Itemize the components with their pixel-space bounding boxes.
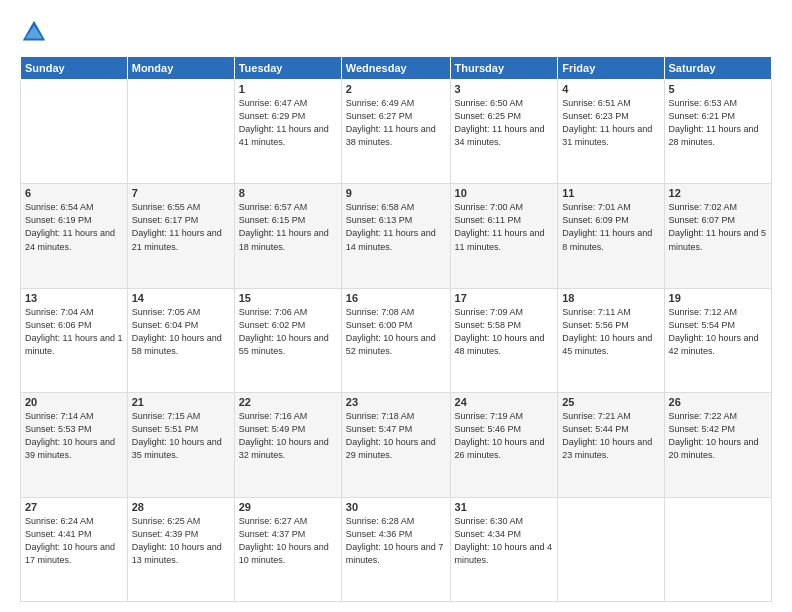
- day-info-line: Sunrise: 6:57 AM: [239, 201, 337, 214]
- day-info-line: Sunset: 6:23 PM: [562, 110, 659, 123]
- weekday-header-row: SundayMondayTuesdayWednesdayThursdayFrid…: [21, 57, 772, 80]
- day-info-line: Sunset: 6:29 PM: [239, 110, 337, 123]
- day-info-line: Sunset: 4:41 PM: [25, 528, 123, 541]
- day-info-line: Sunset: 5:42 PM: [669, 423, 767, 436]
- day-cell: 24Sunrise: 7:19 AMSunset: 5:46 PMDayligh…: [450, 393, 558, 497]
- day-cell: 7Sunrise: 6:55 AMSunset: 6:17 PMDaylight…: [127, 184, 234, 288]
- day-number: 12: [669, 187, 767, 199]
- day-info-line: Sunrise: 7:15 AM: [132, 410, 230, 423]
- day-info-line: Sunset: 6:09 PM: [562, 214, 659, 227]
- day-info-line: Sunset: 4:36 PM: [346, 528, 446, 541]
- day-cell: 25Sunrise: 7:21 AMSunset: 5:44 PMDayligh…: [558, 393, 664, 497]
- day-info-line: Sunrise: 7:14 AM: [25, 410, 123, 423]
- weekday-friday: Friday: [558, 57, 664, 80]
- day-number: 10: [455, 187, 554, 199]
- day-cell: 4Sunrise: 6:51 AMSunset: 6:23 PMDaylight…: [558, 80, 664, 184]
- day-cell: 27Sunrise: 6:24 AMSunset: 4:41 PMDayligh…: [21, 497, 128, 601]
- day-number: 25: [562, 396, 659, 408]
- day-number: 29: [239, 501, 337, 513]
- day-info-line: Sunset: 6:02 PM: [239, 319, 337, 332]
- day-info-line: Daylight: 11 hours and 31 minutes.: [562, 123, 659, 149]
- day-info-line: Sunrise: 6:54 AM: [25, 201, 123, 214]
- day-number: 27: [25, 501, 123, 513]
- day-info-line: Daylight: 11 hours and 18 minutes.: [239, 227, 337, 253]
- day-info-line: Sunset: 6:19 PM: [25, 214, 123, 227]
- day-info-line: Sunrise: 6:49 AM: [346, 97, 446, 110]
- page: SundayMondayTuesdayWednesdayThursdayFrid…: [0, 0, 792, 612]
- day-info-line: Daylight: 11 hours and 34 minutes.: [455, 123, 554, 149]
- day-info-line: Sunset: 5:54 PM: [669, 319, 767, 332]
- day-cell: 19Sunrise: 7:12 AMSunset: 5:54 PMDayligh…: [664, 288, 771, 392]
- day-info-line: Sunrise: 6:30 AM: [455, 515, 554, 528]
- day-number: 28: [132, 501, 230, 513]
- day-cell: 23Sunrise: 7:18 AMSunset: 5:47 PMDayligh…: [341, 393, 450, 497]
- day-number: 5: [669, 83, 767, 95]
- weekday-saturday: Saturday: [664, 57, 771, 80]
- day-info-line: Sunrise: 7:19 AM: [455, 410, 554, 423]
- day-number: 20: [25, 396, 123, 408]
- day-info-line: Daylight: 10 hours and 7 minutes.: [346, 541, 446, 567]
- day-info-line: Sunset: 6:15 PM: [239, 214, 337, 227]
- day-info-line: Sunset: 5:51 PM: [132, 423, 230, 436]
- day-number: 14: [132, 292, 230, 304]
- day-cell: 13Sunrise: 7:04 AMSunset: 6:06 PMDayligh…: [21, 288, 128, 392]
- day-number: 18: [562, 292, 659, 304]
- day-info-line: Sunset: 6:27 PM: [346, 110, 446, 123]
- day-info-line: Sunset: 5:58 PM: [455, 319, 554, 332]
- weekday-thursday: Thursday: [450, 57, 558, 80]
- day-info-line: Daylight: 11 hours and 41 minutes.: [239, 123, 337, 149]
- day-info-line: Sunrise: 7:22 AM: [669, 410, 767, 423]
- day-number: 8: [239, 187, 337, 199]
- day-info-line: Daylight: 11 hours and 21 minutes.: [132, 227, 230, 253]
- day-info-line: Sunset: 5:49 PM: [239, 423, 337, 436]
- day-info-line: Sunrise: 6:28 AM: [346, 515, 446, 528]
- day-number: 4: [562, 83, 659, 95]
- day-info-line: Sunset: 5:56 PM: [562, 319, 659, 332]
- day-info-line: Daylight: 10 hours and 23 minutes.: [562, 436, 659, 462]
- day-info-line: Sunrise: 6:27 AM: [239, 515, 337, 528]
- day-cell: 1Sunrise: 6:47 AMSunset: 6:29 PMDaylight…: [234, 80, 341, 184]
- day-info-line: Sunset: 6:11 PM: [455, 214, 554, 227]
- day-cell: 30Sunrise: 6:28 AMSunset: 4:36 PMDayligh…: [341, 497, 450, 601]
- header: [20, 18, 772, 46]
- day-info-line: Sunset: 6:25 PM: [455, 110, 554, 123]
- day-info-line: Daylight: 11 hours and 28 minutes.: [669, 123, 767, 149]
- day-info-line: Daylight: 11 hours and 8 minutes.: [562, 227, 659, 253]
- day-number: 15: [239, 292, 337, 304]
- weekday-tuesday: Tuesday: [234, 57, 341, 80]
- day-number: 1: [239, 83, 337, 95]
- day-info-line: Sunrise: 7:06 AM: [239, 306, 337, 319]
- day-info-line: Sunset: 5:53 PM: [25, 423, 123, 436]
- week-row-5: 27Sunrise: 6:24 AMSunset: 4:41 PMDayligh…: [21, 497, 772, 601]
- day-cell: 5Sunrise: 6:53 AMSunset: 6:21 PMDaylight…: [664, 80, 771, 184]
- day-cell: 8Sunrise: 6:57 AMSunset: 6:15 PMDaylight…: [234, 184, 341, 288]
- day-info-line: Sunrise: 7:00 AM: [455, 201, 554, 214]
- day-info-line: Daylight: 10 hours and 32 minutes.: [239, 436, 337, 462]
- day-info-line: Daylight: 10 hours and 55 minutes.: [239, 332, 337, 358]
- day-info-line: Sunset: 6:17 PM: [132, 214, 230, 227]
- day-cell: 22Sunrise: 7:16 AMSunset: 5:49 PMDayligh…: [234, 393, 341, 497]
- day-info-line: Sunset: 6:13 PM: [346, 214, 446, 227]
- day-cell: 12Sunrise: 7:02 AMSunset: 6:07 PMDayligh…: [664, 184, 771, 288]
- day-info-line: Sunrise: 6:24 AM: [25, 515, 123, 528]
- day-info-line: Sunrise: 7:09 AM: [455, 306, 554, 319]
- day-info-line: Sunrise: 7:12 AM: [669, 306, 767, 319]
- day-cell: [558, 497, 664, 601]
- day-info-line: Daylight: 10 hours and 45 minutes.: [562, 332, 659, 358]
- logo-icon: [20, 18, 48, 46]
- day-info-line: Daylight: 10 hours and 35 minutes.: [132, 436, 230, 462]
- day-info-line: Sunrise: 7:01 AM: [562, 201, 659, 214]
- day-info-line: Sunset: 6:21 PM: [669, 110, 767, 123]
- day-number: 13: [25, 292, 123, 304]
- day-cell: 14Sunrise: 7:05 AMSunset: 6:04 PMDayligh…: [127, 288, 234, 392]
- day-number: 19: [669, 292, 767, 304]
- day-info-line: Sunrise: 6:25 AM: [132, 515, 230, 528]
- day-info-line: Daylight: 10 hours and 4 minutes.: [455, 541, 554, 567]
- day-cell: 10Sunrise: 7:00 AMSunset: 6:11 PMDayligh…: [450, 184, 558, 288]
- calendar-table: SundayMondayTuesdayWednesdayThursdayFrid…: [20, 56, 772, 602]
- day-number: 23: [346, 396, 446, 408]
- day-cell: 29Sunrise: 6:27 AMSunset: 4:37 PMDayligh…: [234, 497, 341, 601]
- day-info-line: Daylight: 10 hours and 58 minutes.: [132, 332, 230, 358]
- day-info-line: Daylight: 11 hours and 11 minutes.: [455, 227, 554, 253]
- day-info-line: Sunrise: 6:55 AM: [132, 201, 230, 214]
